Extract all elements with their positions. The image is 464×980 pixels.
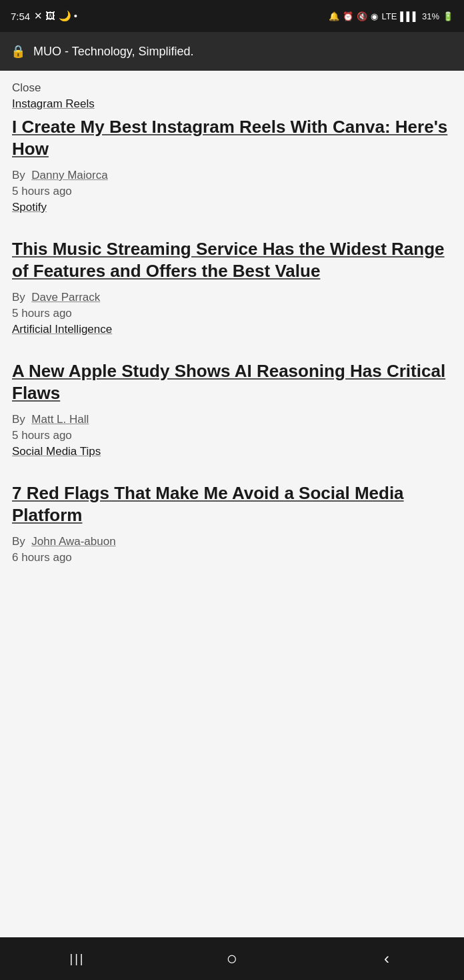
alarm-icon: 🔔 [329, 11, 339, 21]
article-author[interactable]: John Awa-abuon [31, 535, 115, 548]
article-time: 5 hours ago [12, 185, 452, 198]
battery-level: 31% [422, 11, 439, 21]
status-left: 7:54 ✕ 🖼 🌙 • [11, 10, 77, 22]
article-time: 6 hours ago [12, 551, 452, 564]
battery-icon: 🔋 [443, 11, 453, 21]
breadcrumb-category-link[interactable]: Instagram Reels [12, 97, 95, 110]
close-label[interactable]: Close [12, 81, 452, 95]
article-title[interactable]: 7 Red Flags That Make Me Avoid a Social … [12, 482, 452, 526]
article-item: I Create My Best Instagram Reels With Ca… [12, 116, 452, 233]
article-category-link[interactable]: Social Media Tips [12, 445, 101, 458]
menu-icon: ||| [69, 952, 85, 966]
home-icon: ○ [227, 948, 238, 969]
status-bar: 7:54 ✕ 🖼 🌙 • 🔔 ⏰ 🔇 ◉ LTE ▌▌▌ 31% 🔋 [0, 0, 464, 32]
status-time: 7:54 [11, 11, 30, 22]
article-meta: By John Awa-abuon [12, 535, 452, 548]
content-area: Close Instagram Reels I Create My Best I… [0, 71, 464, 937]
lock-icon: 🔒 [11, 44, 25, 59]
article-item: 7 Red Flags That Make Me Avoid a Social … [12, 482, 452, 572]
article-meta: By Danny Maiorca [12, 169, 452, 182]
article-title[interactable]: This Music Streaming Service Has the Wid… [12, 238, 452, 282]
article-time: 5 hours ago [12, 429, 452, 442]
article-item: This Music Streaming Service Has the Wid… [12, 238, 452, 355]
lte-icon: LTE [381, 11, 397, 21]
article-author[interactable]: Dave Parrack [31, 291, 100, 304]
nav-back-button[interactable]: ‹ [360, 945, 413, 972]
status-icons: ✕ 🖼 🌙 • [34, 10, 77, 22]
article-meta: By Dave Parrack [12, 291, 452, 304]
clock-icon: ⏰ [343, 11, 353, 21]
article-category-link[interactable]: Spotify [12, 201, 47, 214]
wifi-icon: ◉ [371, 11, 378, 21]
status-right: 🔔 ⏰ 🔇 ◉ LTE ▌▌▌ 31% 🔋 [329, 11, 453, 21]
bottom-nav: ||| ○ ‹ [0, 937, 464, 980]
article-item: A New Apple Study Shows AI Reasoning Has… [12, 360, 452, 477]
mute-icon: 🔇 [357, 11, 367, 21]
article-meta: By Matt L. Hall [12, 413, 452, 426]
article-title[interactable]: A New Apple Study Shows AI Reasoning Has… [12, 360, 452, 404]
browser-title: MUO - Technology, Simplified. [33, 45, 193, 59]
breadcrumb-nav: Close Instagram Reels [12, 81, 452, 111]
back-icon: ‹ [384, 949, 389, 968]
article-title[interactable]: I Create My Best Instagram Reels With Ca… [12, 116, 452, 159]
nav-home-button[interactable]: ○ [205, 945, 259, 972]
nav-menu-button[interactable]: ||| [51, 945, 104, 972]
article-category-link[interactable]: Artificial Intelligence [12, 323, 112, 336]
article-time: 5 hours ago [12, 307, 452, 320]
signal-icon: ▌▌▌ [400, 11, 419, 21]
browser-bar: 🔒 MUO - Technology, Simplified. [0, 32, 464, 71]
article-author[interactable]: Danny Maiorca [31, 169, 107, 181]
article-author[interactable]: Matt L. Hall [31, 413, 89, 426]
